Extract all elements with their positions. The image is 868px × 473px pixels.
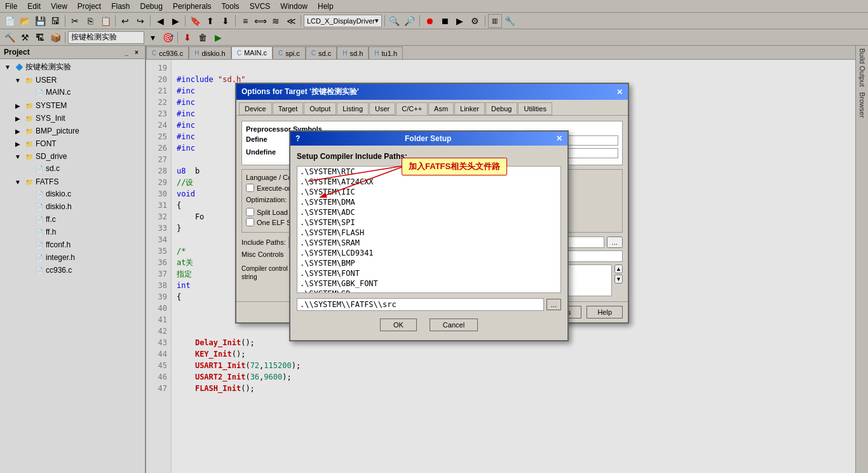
compiler-scroll-up[interactable]: ▲ <box>614 264 623 273</box>
split-cb[interactable] <box>246 208 254 216</box>
folder-dialog-footer: OK Cancel <box>297 316 561 334</box>
define-label: Define <box>246 135 290 143</box>
folder-dialog: ? Folder Setup ✕ Setup Compiler Include … <box>289 130 569 341</box>
options-tab-output[interactable]: Output <box>304 102 336 115</box>
options-dialog-tabs: Device Target Output Listing User C/C++ … <box>236 100 628 116</box>
misc-label: Misc Controls <box>241 250 292 258</box>
include-paths-browse-btn[interactable]: ... <box>607 236 623 248</box>
folder-cancel-btn[interactable]: Cancel <box>430 319 478 331</box>
folder-dialog-title: Folder Setup <box>300 134 556 143</box>
options-tab-user[interactable]: User <box>369 102 395 115</box>
options-tab-debug[interactable]: Debug <box>485 102 517 115</box>
folder-input-row: ... <box>297 298 561 311</box>
folder-browse-btn[interactable]: ... <box>546 299 561 310</box>
options-dialog-close[interactable]: ✕ <box>616 88 623 97</box>
folder-list-item[interactable]: .\SYSTEM\IIC <box>297 187 560 197</box>
compiler-scroll: ▲ ▼ <box>614 264 623 284</box>
folder-dialog-close[interactable]: ✕ <box>556 134 562 143</box>
options-dialog-titlebar: Options for Target '按键检测实验' ✕ <box>236 84 628 100</box>
folder-list-item[interactable]: .\SYSTEM\ADC <box>297 207 560 217</box>
options-tab-utilities[interactable]: Utilities <box>518 102 552 115</box>
folder-list-item[interactable]: .\SYSTEM\GBK_FONT <box>297 278 560 289</box>
folder-list-item[interactable]: .\SYSTEM\BMP <box>297 258 560 268</box>
options-tab-cc[interactable]: C/C++ <box>396 102 428 115</box>
folder-dialog-body: Setup Compiler Include Paths: .\SYSTEM\R… <box>290 146 567 340</box>
one-elf-cb[interactable] <box>246 218 254 226</box>
folder-ok-btn[interactable]: OK <box>380 319 417 331</box>
options-tab-device[interactable]: Device <box>239 102 272 115</box>
options-tab-linker[interactable]: Linker <box>454 102 485 115</box>
undefine-label: Undefine <box>246 148 290 156</box>
compiler-scroll-down[interactable]: ▼ <box>614 275 623 284</box>
options-tab-target[interactable]: Target <box>273 102 304 115</box>
options-help-btn[interactable]: Help <box>587 306 623 319</box>
include-paths-label: Include Paths: <box>241 238 286 246</box>
options-tab-asm[interactable]: Asm <box>428 102 454 115</box>
folder-list-item[interactable]: .\SYSTEM\AT24CXX <box>297 177 560 187</box>
folder-dialog-titlebar: ? Folder Setup ✕ <box>290 132 567 146</box>
folder-list-item[interactable]: .\SYSTEM\FLASH <box>297 228 560 238</box>
folder-setup-label: Setup Compiler Include Paths: <box>297 152 561 161</box>
compiler-label: Compiler controlstring <box>241 264 292 281</box>
execute-only-cb[interactable] <box>246 184 254 192</box>
folder-list-item[interactable]: .\SYSTEM\SPI <box>297 217 560 228</box>
optimization-label: Optimization: <box>246 196 287 203</box>
folder-path-list[interactable]: .\SYSTEM\RTC.\SYSTEM\AT24CXX.\SYSTEM\IIC… <box>297 166 561 293</box>
options-dialog-title: Options for Target '按键检测实验' <box>241 86 359 97</box>
folder-list-item[interactable]: .\SYSTEM\DMA <box>297 197 560 207</box>
folder-dialog-help: ? <box>295 134 300 143</box>
folder-list-item[interactable]: .\SYSTEM\SD <box>297 289 560 293</box>
options-tab-listing[interactable]: Listing <box>337 102 369 115</box>
folder-list-item[interactable]: .\SYSTEM\RTC <box>297 167 560 177</box>
folder-path-input[interactable] <box>297 298 544 311</box>
folder-list-item[interactable]: .\SYSTEM\LCD9341 <box>297 248 560 258</box>
folder-list-item[interactable]: .\SYSTEM\FONT <box>297 268 560 278</box>
folder-list-item[interactable]: .\SYSTEM\SRAM <box>297 238 560 248</box>
